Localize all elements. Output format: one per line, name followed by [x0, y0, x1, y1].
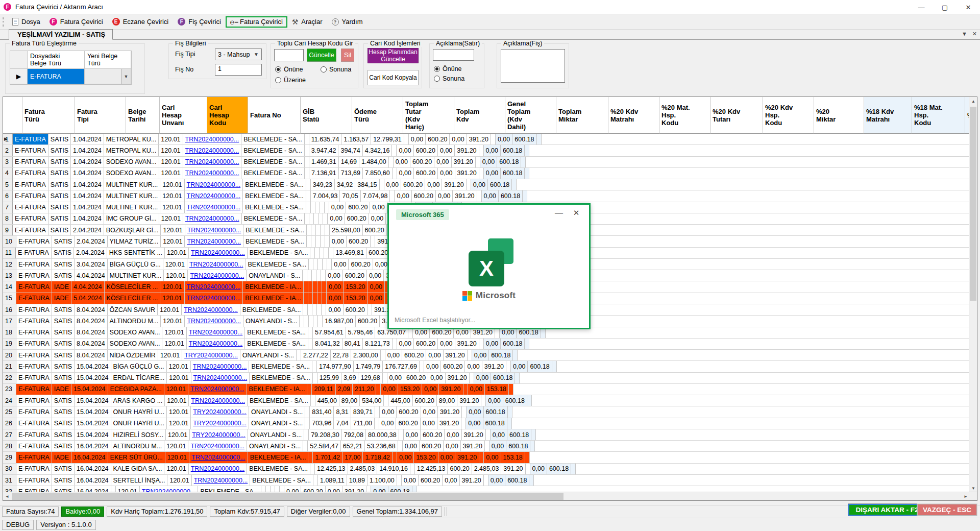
- cell-genel[interactable]: [321, 225, 325, 235]
- cell-k20m[interactable]: 600.20: [344, 304, 368, 315]
- cell-gib[interactable]: BEKLEMEDE - SA...: [242, 213, 305, 224]
- cell-gib[interactable]: BEKLEMEDE - SA...: [250, 373, 313, 383]
- cell-tipi[interactable]: SATIS: [52, 350, 75, 360]
- cell-no[interactable]: TRN2024000000...: [182, 304, 240, 315]
- cell-tutar[interactable]: 1.469,31: [309, 157, 339, 167]
- cell-miktar[interactable]: [384, 395, 388, 406]
- cell-mik20[interactable]: [485, 441, 489, 451]
- cell-n[interactable]: 29: [3, 452, 16, 463]
- cell-tarih[interactable]: 15.04.2024: [75, 361, 111, 372]
- cell-odeme[interactable]: [303, 270, 307, 281]
- cell-m20[interactable]: 0,00: [424, 361, 441, 372]
- table-row[interactable]: 29E-FATURAIADE16.04.2024EKER SÜT ÜRÜ...1…: [3, 452, 970, 463]
- cell-mik20[interactable]: [461, 418, 466, 429]
- cell-n[interactable]: 15: [3, 293, 16, 304]
- cell-m18[interactable]: 0,00: [466, 418, 483, 429]
- cell-t20[interactable]: 0,00: [425, 179, 442, 190]
- cell-unvan[interactable]: BİGA GÜÇLÜ G...: [111, 361, 167, 372]
- close-icon[interactable]: ✕: [957, 0, 980, 14]
- cell-k18[interactable]: 600.18: [501, 339, 525, 349]
- cell-turu[interactable]: E-FATURA: [16, 316, 52, 326]
- cell-turu[interactable]: E-FATURA: [16, 373, 52, 383]
- cell-kod[interactable]: 120.01: [162, 327, 186, 338]
- cell-tarih[interactable]: 1.04.2024: [71, 213, 104, 224]
- cell-tipi[interactable]: SATIS: [48, 145, 71, 156]
- cell-no[interactable]: TRN2024000000...: [185, 293, 243, 304]
- invoice-number-link[interactable]: TRN2024000000...: [187, 295, 241, 302]
- radio-selected-icon[interactable]: [434, 66, 440, 72]
- cell-miktar[interactable]: [399, 429, 404, 440]
- cell-k20m[interactable]: 153.20: [414, 452, 438, 463]
- cell-no[interactable]: TRN2024000000...: [189, 395, 248, 406]
- cell-m18[interactable]: 0,00: [480, 157, 497, 167]
- cell-unvan[interactable]: MULTINET KUR...: [104, 190, 161, 201]
- cell-tipi[interactable]: IADE: [52, 293, 71, 304]
- cell-t20[interactable]: 0,00: [367, 270, 384, 281]
- cell-k20m[interactable]: 153.20: [398, 384, 422, 395]
- cell-kod[interactable]: 120.01: [164, 464, 188, 474]
- horizontal-scrollbar[interactable]: ◄ ►: [3, 492, 977, 500]
- cell-k18[interactable]: 600.18: [388, 486, 412, 492]
- cell-unvan[interactable]: KALE GIDA SA...: [111, 464, 165, 474]
- cell-unvan[interactable]: ONUR HAYRİ U...: [111, 406, 167, 417]
- column-header-odeme[interactable]: Ödeme Türü: [352, 97, 403, 134]
- cell-kdv[interactable]: 2.485,03: [348, 464, 378, 474]
- invoice-number-link[interactable]: TRN2024000000...: [142, 488, 196, 492]
- cell-kdv[interactable]: 1.163,57: [341, 134, 371, 144]
- cell-odeme[interactable]: [313, 373, 317, 383]
- cell-k20[interactable]: 391.20: [439, 384, 463, 395]
- vertical-scrollbar[interactable]: ▲ ▼: [969, 97, 977, 493]
- cell-turu[interactable]: E-FATURA: [16, 384, 52, 395]
- cell-genel[interactable]: 1.484,00: [359, 157, 389, 167]
- cell-miktar[interactable]: [393, 168, 397, 179]
- cell-k20[interactable]: 391.20: [455, 168, 479, 179]
- invoice-number-link[interactable]: TRN2024000000...: [191, 249, 245, 256]
- invoice-number-link[interactable]: TRN2024000000...: [193, 374, 248, 381]
- cell-turu[interactable]: E-FATURA: [16, 395, 52, 406]
- cell-turu[interactable]: E-FATURA: [16, 236, 52, 247]
- cell-unvan[interactable]: ÖZCAN SAVUR: [108, 304, 158, 315]
- table-row[interactable]: 19E-FATURASATIS8.04.2024SODEXO AVAN...12…: [3, 339, 970, 350]
- cell-k20[interactable]: 391.20: [457, 395, 481, 406]
- cell-tarih[interactable]: 4.04.2024: [71, 281, 105, 292]
- cell-k20[interactable]: 391.20: [444, 350, 468, 360]
- cell-tipi[interactable]: SATIS: [52, 270, 75, 281]
- cell-m20[interactable]: 0,00: [402, 475, 419, 486]
- invoice-number-link[interactable]: TRN2024000000...: [189, 340, 243, 347]
- cell-genel[interactable]: [313, 316, 318, 326]
- cell-k18[interactable]: 600.18: [489, 350, 513, 360]
- dialog-close-icon[interactable]: ✕: [570, 208, 583, 218]
- cell-tipi[interactable]: IADE: [52, 452, 71, 463]
- cell-miktar[interactable]: [393, 452, 397, 463]
- cell-k20m[interactable]: 600.20: [413, 395, 437, 406]
- cell-mik20[interactable]: [366, 486, 371, 492]
- cell-k18[interactable]: 600.18: [499, 190, 523, 201]
- cell-tipi[interactable]: SATIS: [52, 259, 75, 270]
- cell-genel[interactable]: [318, 213, 323, 224]
- cell-no[interactable]: TRN2024000000...: [189, 464, 248, 474]
- cell-tutar[interactable]: 7.136,91: [309, 168, 339, 179]
- cell-miktar[interactable]: [325, 202, 329, 213]
- cell-odeme[interactable]: [305, 168, 309, 179]
- cell-odeme[interactable]: [310, 464, 315, 474]
- cell-gib[interactable]: BEKLEMEDE - SA...: [243, 179, 306, 190]
- cell-k20m[interactable]: 600.20: [343, 270, 367, 281]
- cell-m18[interactable]: 0,00: [471, 179, 488, 190]
- cell-mik20[interactable]: [463, 384, 468, 395]
- cell-gib[interactable]: BEKLEMEDE - SA...: [240, 304, 304, 315]
- cell-m18[interactable]: 0,00: [484, 168, 501, 179]
- cell-k20m[interactable]: 600.20: [441, 361, 465, 372]
- cell-n[interactable]: 31: [3, 475, 16, 486]
- cell-genel[interactable]: 211,20: [353, 384, 376, 395]
- cell-sliver[interactable]: [525, 452, 530, 463]
- cell-tutar[interactable]: 703,96: [310, 418, 334, 429]
- cell-turu[interactable]: E-FATURA: [16, 339, 52, 349]
- menu-fis-cevirici[interactable]: F Fiş Çevirici: [173, 16, 226, 27]
- horizontal-scrollbar-thumb[interactable]: [12, 493, 564, 500]
- cell-genel[interactable]: [316, 270, 321, 281]
- cell-kod[interactable]: 120.01: [161, 225, 185, 235]
- cell-mik20[interactable]: [476, 157, 480, 167]
- cell-t20[interactable]: 0,00: [369, 213, 386, 224]
- invoice-number-link[interactable]: TRN2024000000...: [187, 227, 241, 234]
- cell-tutar[interactable]: [308, 293, 313, 304]
